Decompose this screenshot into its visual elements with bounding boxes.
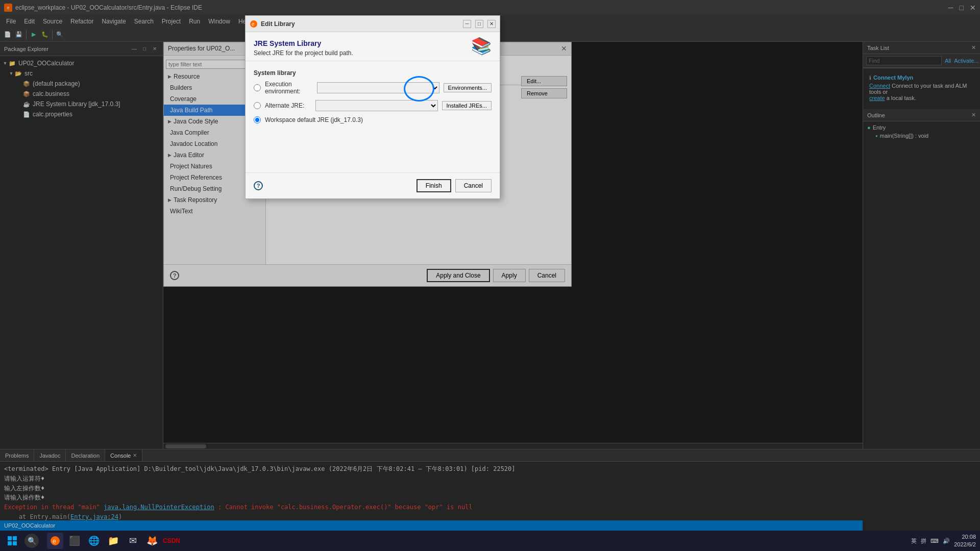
- dialog-titlebar: e Edit Library ─ □ ✕: [246, 16, 500, 32]
- dialog-help-icon[interactable]: ?: [254, 181, 263, 190]
- system-library-label: System library: [254, 69, 492, 77]
- taskbar-explorer[interactable]: 📁: [105, 533, 121, 549]
- dialog-header-title: JRE System Library: [254, 39, 353, 47]
- taskbar-time-display: 20:08 2022/6/2: [954, 533, 976, 549]
- taskbar-icons: e ⬛ 🌐 📁 ✉ 🦊 CSDN: [47, 533, 180, 549]
- taskbar: 🔍 e ⬛ 🌐 📁 ✉ 🦊 CSDN 英 拼 ⌨ 🔊 20:08 2022/6/…: [0, 531, 980, 551]
- taskbar-terminal[interactable]: ⬛: [66, 533, 83, 549]
- eclipse-dialog-icon: e: [250, 20, 258, 28]
- taskbar-time: 20:08: [954, 533, 976, 541]
- finish-btn[interactable]: Finish: [416, 179, 451, 192]
- taskbar-keyboard-icon[interactable]: ⌨: [930, 538, 939, 544]
- taskbar-firefox[interactable]: 🦊: [144, 533, 160, 549]
- environments-btn[interactable]: Environments...: [444, 83, 492, 92]
- svg-rect-4: [8, 541, 12, 545]
- start-button[interactable]: [4, 533, 20, 549]
- windows-icon: [7, 536, 17, 546]
- exec-env-radio[interactable]: [254, 84, 261, 91]
- alt-jre-radio[interactable]: [254, 102, 261, 109]
- taskbar-mail[interactable]: ✉: [125, 533, 141, 549]
- svg-text:e: e: [252, 21, 255, 27]
- dialog-footer: ? Finish Cancel: [246, 172, 500, 198]
- taskbar-eclipse[interactable]: e: [47, 533, 63, 549]
- svg-text:e: e: [53, 538, 56, 545]
- installed-jres-btn[interactable]: Installed JREs...: [442, 101, 492, 110]
- taskbar-right: 英 拼 ⌨ 🔊 20:08 2022/6/2: [911, 533, 976, 549]
- alt-jre-row: Alternate JRE: Installed JREs...: [254, 100, 492, 111]
- workspace-jre-row: Workspace default JRE (jdk_17.0.3): [254, 116, 492, 123]
- svg-rect-2: [8, 536, 12, 540]
- taskbar-csdn[interactable]: CSDN: [163, 533, 180, 549]
- dialog-header-subtitle: Select JRE for the project build path.: [254, 49, 353, 57]
- edit-library-dialog: e Edit Library ─ □ ✕ JRE System Library …: [245, 15, 500, 199]
- svg-rect-3: [13, 536, 17, 540]
- workspace-jre-label: Workspace default JRE (jdk_17.0.3): [265, 116, 492, 123]
- taskbar-volume-icon[interactable]: 🔊: [943, 538, 950, 544]
- exec-env-row: Execution environment: Environments...: [254, 81, 492, 95]
- dialog-maximize-btn[interactable]: □: [475, 20, 483, 28]
- library-icon: 📚: [471, 36, 492, 56]
- dialog-close-btn[interactable]: ✕: [487, 20, 496, 28]
- radio-group: Execution environment: Environments... A…: [254, 81, 492, 123]
- workspace-jre-radio[interactable]: [254, 116, 261, 123]
- alt-jre-select[interactable]: [315, 100, 438, 111]
- taskbar-edge[interactable]: 🌐: [86, 533, 102, 549]
- taskbar-lang[interactable]: 英: [911, 537, 917, 545]
- cancel-dialog-btn[interactable]: Cancel: [455, 179, 492, 192]
- taskbar-date: 2022/6/2: [954, 541, 976, 548]
- dialog-title-text: Edit Library: [261, 20, 295, 28]
- alt-jre-label: Alternate JRE:: [265, 102, 311, 109]
- exec-env-select[interactable]: [317, 82, 439, 93]
- dialog-minimize-btn[interactable]: ─: [463, 20, 471, 28]
- dialog-body: System library Execution environment: En…: [246, 61, 500, 132]
- exec-env-label: Execution environment:: [265, 81, 313, 95]
- taskbar-input[interactable]: 拼: [921, 537, 926, 545]
- taskbar-search[interactable]: 🔍: [24, 534, 39, 548]
- svg-rect-5: [13, 541, 17, 545]
